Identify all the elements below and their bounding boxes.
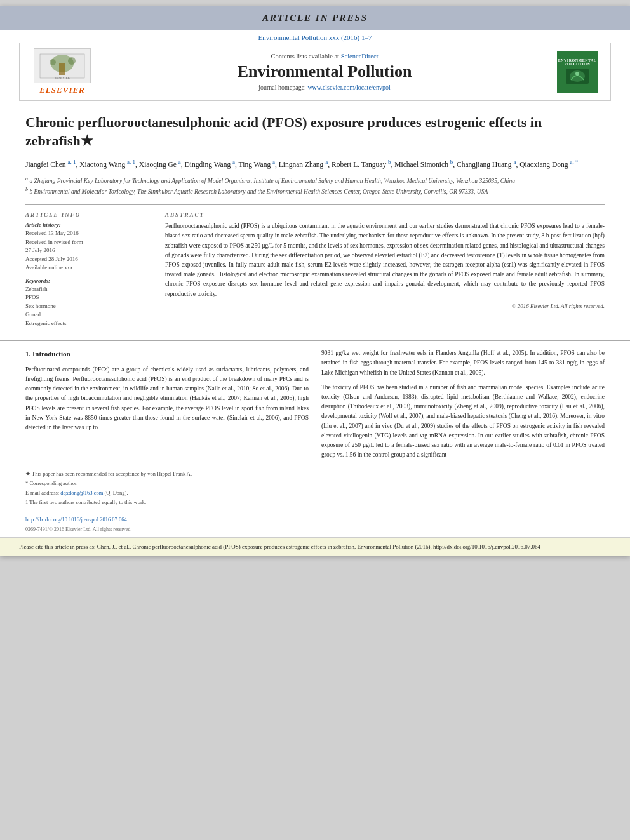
- journal-header: ELSEVIER ELSEVIER Contents lists availab…: [19, 43, 611, 101]
- abstract-column: ABSTRACT Perfluorooctanesulphonic acid (…: [165, 205, 605, 333]
- journal-center: Contents lists available at ScienceDirec…: [97, 53, 552, 91]
- history-label: Article history:: [25, 222, 144, 228]
- svg-text:ELSEVIER: ELSEVIER: [55, 76, 70, 79]
- intro-paragraph-1: Perfluorinated compounds (PFCs) are a gr…: [25, 365, 309, 432]
- doi-bar: http://dx.doi.org/10.1016/j.envpol.2016.…: [0, 514, 630, 525]
- article-body: Chronic perfluorooctanesulphonic acid (P…: [0, 101, 630, 333]
- article-title: Chronic perfluorooctanesulphonic acid (P…: [25, 114, 605, 150]
- contents-line: Contents lists available at ScienceDirec…: [97, 53, 552, 60]
- article-in-press-banner: ARTICLE IN PRESS: [0, 6, 630, 30]
- intro-paragraph-3: The toxicity of PFOS has been studied in…: [321, 383, 605, 460]
- keywords-group: Keywords: Zebrafish PFOS Sex hormone Gon…: [25, 277, 144, 328]
- keyword-3: Sex hormone: [25, 302, 144, 311]
- issn-bar: 0269-7491/© 2016 Elsevier Ltd. All right…: [0, 525, 630, 537]
- footnote-email: E-mail address: dqxdong@163.com (Q. Dong…: [25, 490, 605, 497]
- journal-title: Environmental Pollution: [97, 62, 552, 81]
- article-info-abstract: ARTICLE INFO Article history: Received 1…: [25, 204, 605, 333]
- article-info-label: ARTICLE INFO: [25, 211, 144, 218]
- intro-paragraph-2: 9031 μg/kg wet weight for freshwater eel…: [321, 349, 605, 378]
- svg-point-4: [68, 57, 76, 65]
- keyword-2: PFOS: [25, 293, 144, 302]
- footnote-corresponding: * Corresponding author.: [25, 480, 605, 488]
- keyword-4: Gonad: [25, 310, 144, 319]
- copyright: © 2016 Elsevier Ltd. All rights reserved…: [165, 303, 605, 309]
- journal-logo-right: ENVIRONMENTALPOLLUTION: [552, 51, 603, 93]
- affiliations: a a Zhejiang Provincial Key Laboratory f…: [25, 175, 605, 196]
- abstract-text: Perfluorooctanesulphonic acid (PFOS) is …: [165, 222, 605, 299]
- svg-point-3: [50, 59, 56, 65]
- elsevier-logo-image: ELSEVIER: [34, 48, 91, 83]
- body-two-columns: 1. Introduction Perfluorinated compounds…: [0, 349, 630, 465]
- section-divider: [0, 340, 630, 341]
- abstract-label: ABSTRACT: [165, 211, 605, 218]
- intro-heading: 1. Introduction: [25, 349, 309, 360]
- footnote-equal: 1 The first two authors contributed equa…: [25, 499, 605, 507]
- article-info-column: ARTICLE INFO Article history: Received 1…: [25, 205, 152, 333]
- authors: Jiangfei Chen a, 1, Xiaotong Wang a, 1, …: [25, 157, 605, 170]
- elsevier-logo: ELSEVIER ELSEVIER: [27, 48, 97, 95]
- keywords-label: Keywords:: [25, 277, 144, 284]
- body-left-col: 1. Introduction Perfluorinated compounds…: [25, 349, 309, 465]
- body-right-col: 9031 μg/kg wet weight for freshwater eel…: [321, 349, 605, 465]
- revised-date: Received in revised form 27 July 2016: [25, 238, 144, 255]
- svg-rect-2: [59, 63, 65, 75]
- keyword-1: Zebrafish: [25, 285, 144, 294]
- received-date: Received 13 May 2016: [25, 229, 144, 238]
- journal-reference: Environmental Pollution xxx (2016) 1–7: [0, 30, 630, 43]
- sciencedirect-link[interactable]: ScienceDirect: [341, 53, 379, 60]
- homepage-link[interactable]: www.elsevier.com/locate/envpol: [307, 84, 390, 91]
- article-history: Article history: Received 13 May 2016 Re…: [25, 222, 144, 272]
- journal-logo-box: ENVIRONMENTALPOLLUTION: [557, 51, 598, 93]
- citation-bar: Please cite this article in press as: Ch…: [0, 537, 630, 556]
- svg-point-8: [575, 72, 579, 76]
- accepted-date: Accepted 28 July 2016: [25, 255, 144, 264]
- keyword-5: Estrogenic effects: [25, 319, 144, 328]
- email-link[interactable]: dqxdong@163.com: [60, 490, 103, 496]
- homepage-line: journal homepage: www.elsevier.com/locat…: [97, 84, 552, 91]
- footnote-star: ★ This paper has been recommended for ac…: [25, 470, 605, 478]
- elsevier-label: ELSEVIER: [39, 85, 85, 95]
- available-date: Available online xxx: [25, 263, 144, 272]
- doi-link[interactable]: http://dx.doi.org/10.1016/j.envpol.2016.…: [25, 516, 127, 523]
- footnotes: ★ This paper has been recommended for ac…: [0, 465, 630, 514]
